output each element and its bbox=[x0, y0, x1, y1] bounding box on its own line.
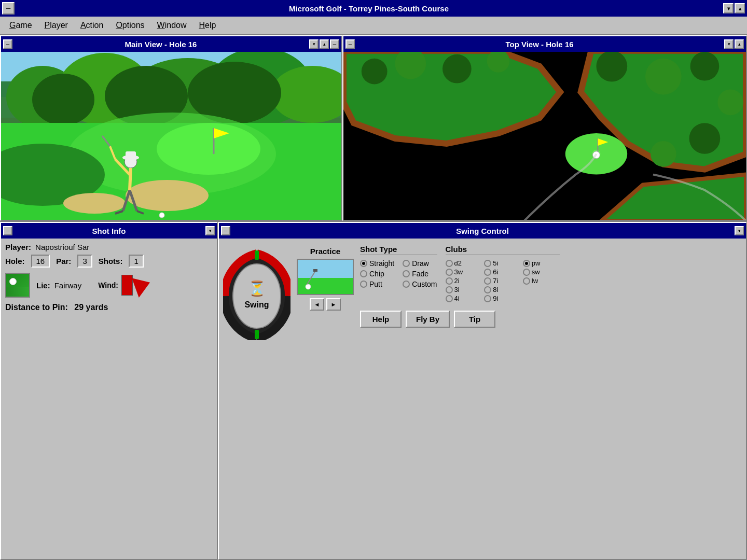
2i-radio[interactable] bbox=[446, 277, 453, 285]
hole-value: 16 bbox=[31, 255, 50, 268]
9i-radio[interactable] bbox=[484, 295, 491, 302]
swing-control-sys-btn[interactable]: ─ bbox=[221, 226, 230, 235]
title-bar: ─ Microsoft Golf - Torrey Pines-South Co… bbox=[0, 0, 747, 17]
club-9i[interactable]: 9i bbox=[484, 295, 521, 302]
main-view-scroll-up[interactable]: ▴ bbox=[320, 39, 329, 49]
d2-radio[interactable] bbox=[446, 260, 453, 267]
main-view-title: Main View - Hole 16 bbox=[15, 40, 307, 49]
shots-label: Shots: bbox=[99, 257, 123, 265]
menu-game[interactable]: Game bbox=[4, 19, 37, 32]
menu-action[interactable]: Action bbox=[75, 19, 108, 32]
menu-bar: Game Player Action Options Window Help bbox=[0, 17, 747, 35]
shot-type-straight[interactable]: Straight bbox=[360, 259, 394, 268]
menu-player[interactable]: Player bbox=[39, 19, 73, 32]
svg-point-40 bbox=[689, 123, 721, 154]
3w-radio[interactable] bbox=[446, 269, 453, 276]
menu-help[interactable]: Help bbox=[193, 19, 221, 32]
draw-label: Draw bbox=[412, 259, 429, 268]
practice-nav: ◄ ► bbox=[310, 298, 341, 311]
swing-content: ⏳ Swing Practice bbox=[219, 239, 746, 559]
lie-wind-row: Lie: Fairway Wind: bbox=[5, 273, 213, 298]
minimize-button[interactable]: ▾ bbox=[723, 3, 734, 13]
draw-radio[interactable] bbox=[403, 260, 410, 267]
main-view-dropdown[interactable]: ▾ bbox=[309, 39, 319, 49]
tip-button[interactable]: Tip bbox=[454, 311, 495, 328]
club-d2[interactable]: d2 bbox=[446, 259, 482, 267]
6i-radio[interactable] bbox=[484, 269, 491, 276]
shot-type-custom[interactable]: Custom bbox=[403, 280, 437, 288]
club-5i[interactable]: 5i bbox=[484, 259, 521, 267]
club-7i[interactable]: 7i bbox=[484, 277, 521, 285]
shot-type-chip[interactable]: Chip bbox=[360, 270, 394, 278]
7i-label: 7i bbox=[493, 277, 498, 285]
wind-display bbox=[121, 275, 150, 296]
svg-point-16 bbox=[157, 123, 260, 175]
practice-prev-btn[interactable]: ◄ bbox=[310, 298, 324, 311]
pw-radio[interactable] bbox=[523, 260, 530, 267]
practice-next-btn[interactable]: ► bbox=[326, 298, 341, 311]
lw-radio[interactable] bbox=[523, 277, 530, 285]
clubs-grid: d2 5i pw bbox=[446, 259, 560, 302]
svg-point-30 bbox=[159, 213, 164, 218]
main-view-sys-btn[interactable]: ─ bbox=[3, 39, 12, 49]
straight-label: Straight bbox=[369, 259, 394, 268]
par-value: 3 bbox=[77, 255, 92, 268]
shot-info-dropdown[interactable]: ▾ bbox=[205, 226, 215, 235]
club-sw[interactable]: sw bbox=[523, 268, 560, 276]
svg-point-14 bbox=[126, 180, 209, 211]
8i-label: 8i bbox=[493, 286, 498, 293]
4i-radio[interactable] bbox=[446, 295, 453, 302]
fly-by-button[interactable]: Fly By bbox=[406, 311, 450, 328]
club-2i[interactable]: 2i bbox=[446, 277, 482, 285]
swing-meter[interactable]: ⏳ Swing bbox=[223, 243, 290, 346]
club-pw[interactable]: pw bbox=[523, 259, 560, 267]
top-view-sys-btn[interactable]: ─ bbox=[345, 39, 355, 49]
putt-radio[interactable] bbox=[360, 281, 367, 288]
menu-options[interactable]: Options bbox=[110, 19, 149, 32]
3i-radio[interactable] bbox=[446, 286, 453, 293]
shot-type-title: Shot Type bbox=[360, 245, 437, 255]
svg-point-38 bbox=[690, 52, 720, 81]
sw-radio[interactable] bbox=[523, 269, 530, 276]
fade-radio[interactable] bbox=[403, 270, 410, 277]
main-view-minimize[interactable]: ─ bbox=[330, 39, 339, 49]
svg-point-55 bbox=[306, 284, 311, 289]
shot-type-draw[interactable]: Draw bbox=[403, 259, 437, 268]
straight-radio[interactable] bbox=[360, 260, 367, 267]
par-label: Par: bbox=[56, 257, 71, 265]
custom-label: Custom bbox=[412, 280, 437, 288]
shot-info-sys-btn[interactable]: ─ bbox=[3, 226, 12, 235]
player-label: Player: bbox=[5, 243, 31, 251]
bottom-row: ─ Shot Info ▾ Player: Napostriouf Sar Ho… bbox=[0, 222, 747, 560]
top-view-dropdown[interactable]: ▾ bbox=[724, 39, 734, 49]
club-3i[interactable]: 3i bbox=[446, 286, 482, 293]
5i-radio[interactable] bbox=[484, 260, 491, 267]
club-8i[interactable]: 8i bbox=[484, 286, 521, 293]
wind-arrow bbox=[132, 273, 154, 298]
shot-type-fade[interactable]: Fade bbox=[403, 270, 437, 278]
8i-radio[interactable] bbox=[484, 286, 491, 293]
custom-radio[interactable] bbox=[403, 281, 410, 288]
top-view-scroll-up[interactable]: ▴ bbox=[735, 39, 744, 49]
chip-label: Chip bbox=[369, 270, 384, 278]
3i-label: 3i bbox=[454, 286, 460, 293]
system-menu-button[interactable]: ─ bbox=[2, 2, 15, 15]
maximize-button[interactable]: ▴ bbox=[735, 3, 745, 13]
menu-window[interactable]: Window bbox=[152, 19, 192, 32]
hole-label: Hole: bbox=[5, 257, 25, 265]
shot-type-putt[interactable]: Putt bbox=[360, 280, 394, 288]
club-6i[interactable]: 6i bbox=[484, 268, 521, 276]
main-view-content[interactable] bbox=[1, 52, 341, 220]
clubs-area: Clubs d2 5i bbox=[446, 245, 560, 302]
club-3w[interactable]: 3w bbox=[446, 268, 482, 276]
swing-control-dropdown[interactable]: ▾ bbox=[735, 226, 744, 235]
club-lw[interactable]: lw bbox=[523, 277, 560, 285]
top-view-content[interactable] bbox=[343, 52, 746, 220]
7i-radio[interactable] bbox=[484, 277, 491, 285]
club-4i[interactable]: 4i bbox=[446, 295, 482, 302]
lie-value: Fairway bbox=[54, 281, 82, 290]
chip-radio[interactable] bbox=[360, 270, 367, 277]
practice-label: Practice bbox=[310, 247, 340, 256]
help-button[interactable]: Help bbox=[360, 311, 402, 328]
fade-label: Fade bbox=[412, 270, 428, 278]
